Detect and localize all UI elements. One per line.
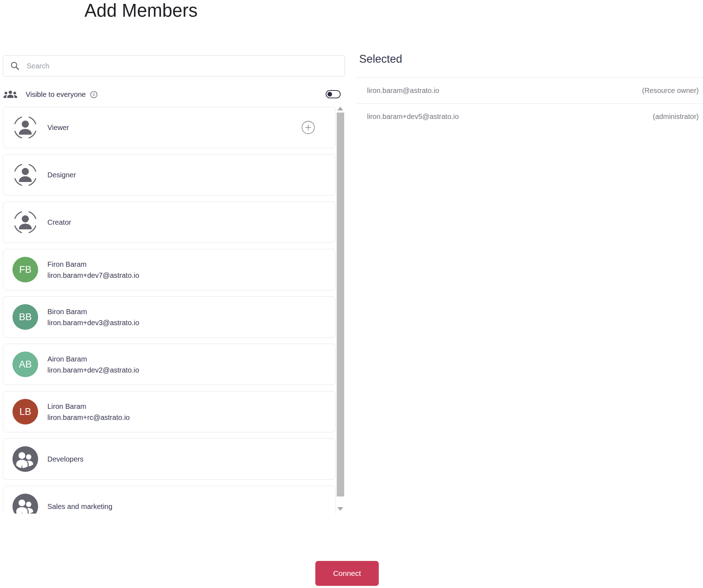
selected-list: liron.baram@astrato.io (Resource owner) … [356,78,703,130]
item-label: Designer [47,171,76,179]
scrollbar-down-arrow-icon[interactable] [337,507,343,511]
selected-title: Selected [359,53,703,66]
group-avatar-icon [12,494,38,514]
avatar-initials: FB [19,264,32,275]
list-item[interactable]: LB Liron Baram liron.baram+rc@astrato.io [3,391,336,432]
list-item[interactable]: Sales and marketing [3,486,336,514]
user-name: Biron Baram [47,308,139,316]
list-item[interactable]: FB Firon Baram liron.baram+dev7@astrato.… [3,249,336,290]
search-box [3,55,345,77]
group-avatar-icon [12,446,38,472]
avatar: BB [12,304,38,330]
selected-row: liron.baram+dev5@astrato.io (administrat… [356,104,703,130]
selected-header: Selected [356,50,703,78]
visibility-label: Visible to everyone [26,90,86,99]
visibility-row: Visible to everyone [3,85,342,103]
plus-circle-icon [301,120,315,135]
user-email: liron.baram+dev7@astrato.io [47,271,139,279]
scrollbar-thumb[interactable] [337,113,344,496]
selected-email: liron.baram@astrato.io [367,87,439,95]
avatar: FB [12,257,38,282]
item-label: Creator [47,218,71,227]
avatar-initials: LB [19,406,31,417]
add-member-button[interactable] [301,120,315,135]
avatar: LB [12,399,38,425]
person-dashed-circle-icon [12,162,38,188]
person-dashed-circle-icon [12,115,38,140]
user-name: Firon Baram [47,260,139,268]
selected-role: (Resource owner) [642,87,699,95]
connect-button[interactable]: Connect [315,561,379,586]
scrollbar-up-arrow-icon[interactable] [337,107,343,110]
item-label: Developers [47,455,83,463]
selected-email: liron.baram+dev5@astrato.io [367,113,459,121]
info-icon[interactable] [90,91,98,98]
member-list-scrollbar[interactable] [337,106,344,514]
list-item[interactable]: Creator [3,202,336,243]
search-icon [10,61,20,71]
user-email: liron.baram+dev2@astrato.io [47,366,139,374]
avatar: AB [12,352,38,377]
user-name: Airon Baram [47,355,139,363]
page-title: Add Members [84,0,197,21]
avatar-initials: BB [19,312,32,323]
user-name: Liron Baram [47,402,130,410]
people-group-icon [3,90,18,99]
item-label: Sales and marketing [47,503,112,511]
selected-role: (administrator) [653,113,699,121]
visibility-toggle[interactable] [326,90,341,98]
list-item[interactable]: Viewer [3,107,336,148]
list-item[interactable]: AB Airon Baram liron.baram+dev2@astrato.… [3,344,336,385]
selected-panel: Selected liron.baram@astrato.io (Resourc… [356,50,703,130]
search-input[interactable] [26,62,337,71]
list-item[interactable]: Designer [3,154,336,196]
list-item[interactable]: BB Biron Baram liron.baram+dev3@astrato.… [3,296,336,338]
member-list: Viewer Designer [3,107,336,514]
avatar-initials: AB [19,359,32,370]
user-email: liron.baram+rc@astrato.io [47,413,130,421]
toggle-knob [327,92,332,97]
item-label: Viewer [47,124,69,132]
list-item[interactable]: Developers [3,438,336,480]
person-dashed-circle-icon [12,209,38,235]
selected-row: liron.baram@astrato.io (Resource owner) [356,78,703,104]
add-members-dialog: Add Members Visible to everyone [0,0,703,588]
user-email: liron.baram+dev3@astrato.io [47,319,139,327]
